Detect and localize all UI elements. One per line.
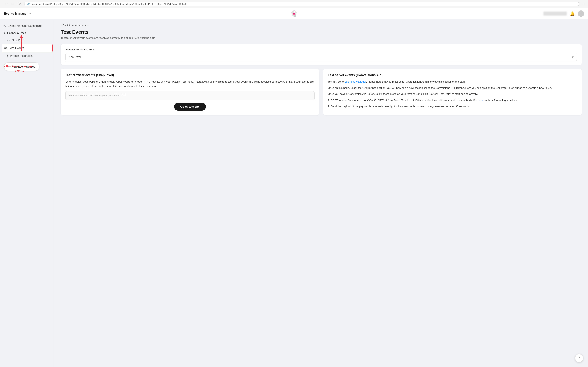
browser-menu-button[interactable]: ⋯	[582, 2, 585, 6]
browser-events-title: Test browser events (Snap Pixel)	[65, 74, 315, 77]
notification-bell-icon[interactable]: 🔔	[570, 11, 575, 16]
server-events-p2: Once on this page, under the OAuth Apps …	[328, 86, 577, 90]
home-icon: ⌂	[4, 24, 6, 28]
test-events-icon: ◎	[4, 46, 7, 50]
sidebar-partner-label: Partner Integration	[10, 54, 33, 57]
sidebar-item-partner-integration[interactable]: ⟨ Partner Integration	[0, 52, 54, 59]
app-layout: ⌂ Events Manager Dashboard ∨ Event Sourc…	[0, 19, 588, 367]
url-input[interactable]: Enter the website URL where your pixel i…	[65, 91, 315, 100]
server-p1-suffix: . Please note that you must be an Organi…	[366, 80, 466, 83]
browser-refresh-button[interactable]: ↻	[17, 2, 22, 6]
header-logo: 👻	[291, 10, 297, 17]
sidebar-item-test-events[interactable]: ◎ Test Events	[1, 44, 53, 52]
sidebar-dashboard-label: Events Manager Dashboard	[8, 24, 42, 27]
data-source-label: Select your data source	[65, 48, 577, 51]
header-dropdown-icon[interactable]: ▾	[29, 12, 31, 15]
server-events-p4: 1. POST to https://tr.snapchat.com/v3/c8…	[328, 98, 577, 102]
app-header: Events Manager ▾ 👻 🔔 I	[0, 8, 588, 19]
open-website-button[interactable]: Open Website	[174, 103, 206, 111]
header-right: 🔔 I	[544, 10, 584, 17]
monitor-icon: ▭	[7, 38, 10, 42]
sidebar-item-new-pixel[interactable]: ▭ New Pixel	[0, 37, 54, 44]
browser-events-description: Enter or select your website URL and cli…	[65, 80, 315, 88]
server-p1-prefix: To start, go to	[328, 80, 344, 83]
avatar[interactable]: I	[578, 10, 584, 17]
data-source-card: Select your data source New Pixel ∨	[61, 44, 582, 65]
back-link[interactable]: < Back to event sources	[61, 24, 88, 27]
back-link-text: < Back to event sources	[61, 24, 88, 27]
server-events-p3: Once you have a Conversion API Token, fo…	[328, 92, 577, 96]
partner-icon: ⟨	[7, 54, 8, 58]
url-placeholder-text: Enter the website URL where your pixel i…	[69, 94, 126, 97]
dropdown-chevron-icon: ∨	[572, 55, 574, 58]
server-events-card: Test server events (Conversions API) To …	[323, 69, 582, 115]
sidebar: ⌂ Events Manager Dashboard ∨ Event Sourc…	[0, 19, 54, 367]
event-cards-grid: Test browser events (Snap Pixel) Enter o…	[61, 69, 582, 115]
server-events-p1: To start, go to Business Manager. Please…	[328, 80, 577, 84]
browser-events-body: Enter or select your website URL and cli…	[65, 80, 315, 111]
server-p4-prefix: 1. POST to https://tr.snapchat.com/v3/c8…	[328, 99, 479, 102]
sidebar-event-sources-header[interactable]: ∨ Event Sources	[0, 30, 54, 37]
sidebar-item-dashboard[interactable]: ⌂ Events Manager Dashboard	[0, 22, 54, 30]
help-icon: ?	[578, 356, 580, 360]
new-event-source-label: New Event Source	[12, 65, 35, 68]
plus-icon: +	[8, 65, 10, 69]
main-content: < Back to event sources Test Events Test…	[54, 19, 588, 367]
open-website-btn-label: Open Website	[180, 105, 200, 108]
sidebar-test-events-label: Test Events	[9, 46, 24, 50]
page-title: Test Events	[61, 29, 582, 35]
header-title: Events Manager	[4, 12, 28, 15]
here-link[interactable]: here	[479, 99, 484, 102]
sidebar-new-pixel-label: New Pixel	[12, 39, 24, 42]
chevron-down-icon: ∨	[4, 32, 6, 34]
data-source-selected-value: New Pixel	[69, 55, 81, 58]
data-source-dropdown[interactable]: New Pixel ∨	[65, 53, 577, 61]
server-events-title: Test server events (Conversions API)	[328, 74, 577, 77]
browser-back-button[interactable]: ←	[3, 2, 8, 6]
header-user-name	[544, 12, 567, 16]
browser-url-text: ads.snapchat.com/3f4c9f8d-b39c-4171-94cb…	[31, 3, 186, 5]
snapchat-logo: 👻	[291, 10, 297, 17]
header-app-name: Events Manager ▾	[4, 12, 31, 15]
business-manager-link[interactable]: Business Manager	[344, 80, 366, 83]
page-subtitle: Test to check if your events are receive…	[61, 36, 582, 40]
sidebar-section-label: Event Sources	[7, 32, 26, 35]
server-p4-suffix: for best formatting practices.	[484, 99, 518, 102]
server-events-p5: 2. Send the payload. If the payload is r…	[328, 104, 577, 108]
browser-action-buttons: ⋯	[582, 2, 585, 6]
browser-bar: ← → ↻ 🔗 ads.snapchat.com/3f4c9f8d-b39c-4…	[0, 0, 588, 8]
new-event-source-button[interactable]: + New Event Source	[4, 62, 40, 71]
browser-url-bar[interactable]: 🔗 ads.snapchat.com/3f4c9f8d-b39c-4171-94…	[24, 2, 580, 6]
browser-events-card: Test browser events (Snap Pixel) Enter o…	[61, 69, 319, 115]
server-events-body: To start, go to Business Manager. Please…	[328, 80, 577, 108]
browser-forward-button[interactable]: →	[10, 2, 16, 6]
help-button[interactable]: ?	[575, 354, 583, 362]
browser-nav-buttons: ← → ↻	[3, 2, 22, 6]
lock-icon: 🔗	[27, 3, 30, 5]
